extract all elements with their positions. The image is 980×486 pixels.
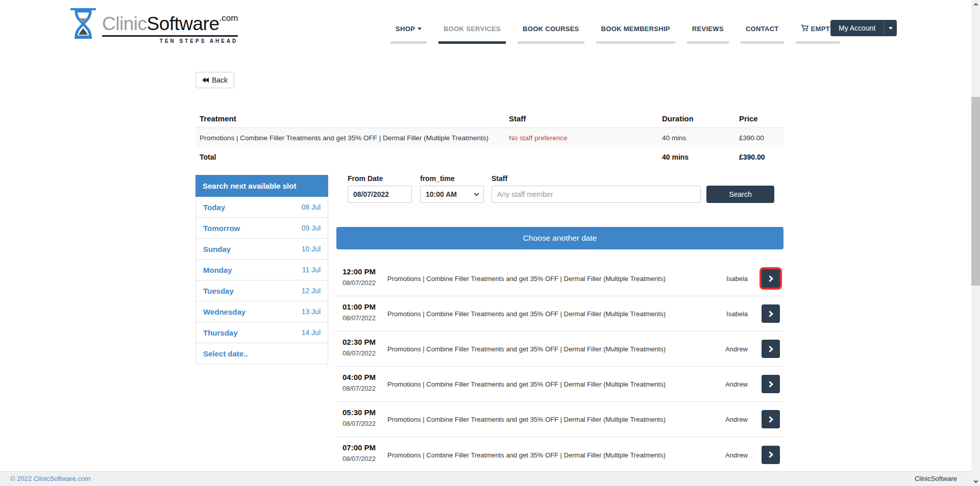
- slot-row: 05:30 PM 08/07/2022 Promotions | Combine…: [336, 402, 783, 437]
- logo-rule: [102, 35, 238, 37]
- chevron-right-icon: [767, 416, 773, 423]
- my-account-dropdown-toggle[interactable]: [884, 20, 897, 36]
- day-date: 14 Jul: [302, 328, 321, 337]
- total-duration: 40 mins: [658, 153, 735, 161]
- sidebar-item-sunday[interactable]: Sunday 10 Jul: [195, 239, 328, 260]
- slot-time: 07:00 PM: [342, 443, 376, 452]
- hourglass-logo-icon: [70, 8, 98, 42]
- total-label: Total: [195, 153, 505, 161]
- sidebar-item-today[interactable]: Today 08 Jul: [195, 197, 328, 218]
- my-account-split-button: My Account: [830, 20, 897, 36]
- select-slot-button[interactable]: [762, 269, 780, 288]
- chevron-right-icon: [767, 311, 773, 317]
- scrollbar-thumb[interactable]: [971, 97, 980, 286]
- duration-value: 40 mins: [658, 134, 735, 142]
- scrollbar-track[interactable]: [971, 0, 980, 486]
- day-date: 10 Jul: [302, 245, 321, 253]
- double-left-arrow-icon: [202, 78, 209, 83]
- search-button[interactable]: Search: [706, 186, 774, 203]
- chevron-up-icon: [973, 3, 977, 7]
- nav-item-reviews[interactable]: REVIEWS: [687, 24, 729, 44]
- day-date: 09 Jul: [302, 224, 321, 232]
- slot-date: 08/07/2022: [342, 279, 376, 287]
- brand-tld: .com: [219, 13, 238, 23]
- day-label: Monday: [203, 266, 232, 274]
- sidebar-item-monday[interactable]: Monday 11 Jul: [195, 260, 328, 280]
- my-account-button[interactable]: My Account: [830, 20, 884, 36]
- scroll-up-button[interactable]: [971, 0, 980, 9]
- booking-area: Search next available slot Today 08 Jul …: [195, 175, 783, 472]
- footer: © 2022 ClinicSoftware.com ClinicSoftware: [0, 471, 971, 486]
- from-date-input[interactable]: [348, 186, 412, 203]
- brand-text: ClinicSoftware.com TEN STEPS AHEAD: [102, 8, 238, 44]
- nav-item-contact[interactable]: CONTACT: [741, 24, 784, 44]
- slot-staff: Andrew: [725, 416, 748, 423]
- slot-list: 12:00 PM 08/07/2022 Promotions | Combine…: [336, 261, 783, 472]
- day-label: Tuesday: [203, 287, 234, 295]
- col-header-duration: Duration: [658, 114, 735, 123]
- slot-row: 12:00 PM 08/07/2022 Promotions | Combine…: [336, 261, 783, 296]
- header: ClinicSoftware.com TEN STEPS AHEAD SHOP …: [0, 0, 971, 56]
- chevron-right-icon: [767, 346, 773, 352]
- slot-treatment: Promotions | Combine Filler Treatments a…: [387, 451, 719, 458]
- sidebar-item-wednesday[interactable]: Wednesday 13 Jul: [195, 301, 328, 322]
- table-header-row: Treatment Staff Duration Price: [195, 109, 783, 128]
- select-slot-button[interactable]: [762, 340, 780, 358]
- back-button[interactable]: Back: [195, 72, 234, 88]
- main-nav: SHOP BOOK SERVICES BOOK COURSES BOOK MEM…: [390, 24, 840, 44]
- sidebar-item-select-date[interactable]: Select date..: [195, 343, 328, 364]
- nav-item-book-services[interactable]: BOOK SERVICES: [438, 24, 506, 44]
- slot-staff: Andrew: [725, 451, 748, 458]
- chevron-down-icon: [889, 27, 893, 30]
- total-price: £390.00: [735, 153, 783, 161]
- slot-search-form: From Date from_time 10:00 AM Staff: [336, 175, 783, 203]
- slot-treatment: Promotions | Combine Filler Treatments a…: [387, 380, 719, 388]
- slot-time: 02:30 PM: [342, 338, 376, 346]
- slot-treatment: Promotions | Combine Filler Treatments a…: [387, 310, 719, 318]
- day-label: Tomorrow: [203, 224, 240, 233]
- from-time-value: 10:00 AM: [426, 190, 457, 198]
- from-time-select[interactable]: 10:00 AM: [420, 186, 484, 203]
- select-slot-button[interactable]: [762, 304, 780, 323]
- staff-input[interactable]: [492, 186, 701, 203]
- slot-staff: Andrew: [725, 380, 748, 388]
- day-date: 13 Jul: [302, 308, 321, 316]
- staff-label: Staff: [492, 175, 701, 182]
- select-slot-button[interactable]: [762, 410, 780, 428]
- treatment-name: Promotions | Combine Filler Treatments a…: [195, 134, 505, 142]
- nav-item-book-membership[interactable]: BOOK MEMBERSHIP: [596, 24, 675, 44]
- sidebar-item-tomorrow[interactable]: Tomorrow 09 Jul: [195, 218, 328, 239]
- slot-time: 12:00 PM: [342, 267, 376, 276]
- slot-date: 08/07/2022: [342, 349, 376, 357]
- select-slot-button[interactable]: [762, 446, 780, 464]
- brand-name-primary: Clinic: [102, 13, 146, 34]
- nav-item-label: BOOK SERVICES: [444, 25, 501, 33]
- brand-name-secondary: Software: [146, 13, 219, 34]
- day-label: Sunday: [203, 245, 231, 253]
- day-label: Select date..: [203, 349, 248, 358]
- chevron-down-icon: [973, 479, 977, 483]
- day-date: 12 Jul: [302, 287, 321, 295]
- slot-treatment: Promotions | Combine Filler Treatments a…: [387, 275, 719, 283]
- sidebar-title: Search next available slot: [195, 175, 328, 197]
- sidebar-item-tuesday[interactable]: Tuesday 12 Jul: [195, 280, 328, 301]
- day-label: Today: [203, 203, 225, 212]
- select-slot-button[interactable]: [762, 375, 780, 393]
- day-date: 08 Jul: [302, 203, 321, 211]
- sidebar-item-thursday[interactable]: Thursday 14 Jul: [195, 322, 328, 343]
- nav-item-book-courses[interactable]: BOOK COURSES: [518, 24, 584, 44]
- next-slot-sidebar: Search next available slot Today 08 Jul …: [195, 175, 328, 472]
- price-value: £390.00: [735, 134, 783, 142]
- nav-item-shop[interactable]: SHOP: [390, 24, 427, 44]
- slot-staff: Andrew: [725, 345, 748, 353]
- from-time-label: from_time: [420, 175, 484, 182]
- scroll-down-button[interactable]: [971, 477, 980, 486]
- brand-logo[interactable]: ClinicSoftware.com TEN STEPS AHEAD: [70, 8, 238, 44]
- slot-date: 08/07/2022: [342, 455, 376, 463]
- copyright-link[interactable]: © 2022 ClinicSoftware.com: [10, 472, 90, 486]
- order-summary-table: Treatment Staff Duration Price Promotion…: [195, 109, 783, 167]
- slot-staff: Isabela: [726, 310, 748, 318]
- slot-row: 02:30 PM 08/07/2022 Promotions | Combine…: [336, 331, 783, 367]
- choose-another-date-button[interactable]: Choose another date: [336, 227, 783, 249]
- day-date: 11 Jul: [302, 266, 321, 274]
